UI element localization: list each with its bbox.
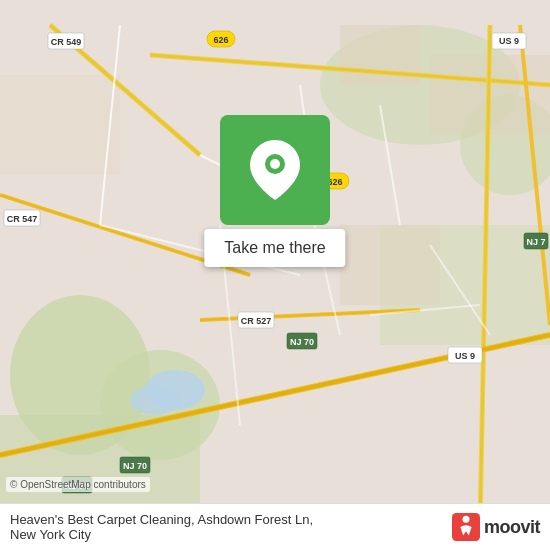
osm-attribution: © OpenStreetMap contributors <box>6 477 150 492</box>
moovit-icon <box>452 513 480 541</box>
moovit-logo: moovit <box>452 513 540 541</box>
svg-text:NJ 7: NJ 7 <box>526 237 545 247</box>
svg-text:NJ 70: NJ 70 <box>123 461 147 471</box>
take-me-there-button[interactable]: Take me there <box>204 229 345 267</box>
svg-text:US 9: US 9 <box>499 36 519 46</box>
city-name: New York City <box>10 527 452 542</box>
svg-text:CR 549: CR 549 <box>51 37 82 47</box>
svg-point-8 <box>130 385 180 415</box>
svg-point-60 <box>462 516 469 523</box>
svg-text:626: 626 <box>213 35 228 45</box>
map-background: CR 549 626 US 9 626 CR 547 NJ 7 CR 527 N… <box>0 0 550 550</box>
location-pin-icon <box>250 140 300 200</box>
map-pin-area <box>220 115 330 225</box>
svg-rect-12 <box>0 75 120 175</box>
location-name: Heaven's Best Carpet Cleaning, Ashdown F… <box>10 512 452 527</box>
map-container: CR 549 626 US 9 626 CR 547 NJ 7 CR 527 N… <box>0 0 550 550</box>
pin-background <box>220 115 330 225</box>
moovit-text: moovit <box>484 517 540 538</box>
svg-text:CR 547: CR 547 <box>7 214 38 224</box>
attribution-text: © OpenStreetMap contributors <box>10 479 146 490</box>
svg-text:US 9: US 9 <box>455 351 475 361</box>
svg-point-58 <box>270 159 280 169</box>
svg-text:NJ 70: NJ 70 <box>290 337 314 347</box>
info-bar: Heaven's Best Carpet Cleaning, Ashdown F… <box>0 503 550 550</box>
svg-rect-11 <box>340 225 440 305</box>
location-info: Heaven's Best Carpet Cleaning, Ashdown F… <box>10 512 452 542</box>
svg-text:CR 527: CR 527 <box>241 316 272 326</box>
